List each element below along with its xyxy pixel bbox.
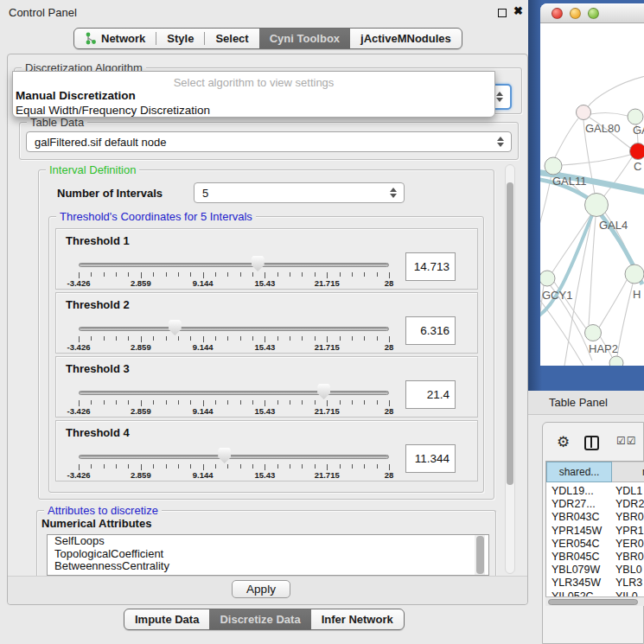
column-header-name[interactable]: name [612, 462, 644, 482]
edge[interactable] [562, 155, 630, 165]
slider-tick-label: 9.144 [193, 470, 214, 480]
slider-tick-label: 15.43 [255, 470, 276, 480]
option-equal-width-frequency[interactable]: Equal Width/Frequency Discretization [16, 104, 210, 117]
table-row[interactable]: YLR345WYLR3 [546, 577, 644, 590]
slider-tick [104, 272, 105, 277]
checkbox-icons[interactable]: ☑☑ [616, 435, 637, 447]
bottom-node[interactable] [609, 356, 623, 366]
tab-cyni-toolbox[interactable]: Cyni Toolbox [259, 29, 350, 48]
slider-track[interactable] [79, 391, 389, 395]
scrollbar-thumb[interactable] [548, 599, 638, 606]
slider-tick-label: 21.715 [315, 342, 340, 352]
close-traffic-icon[interactable] [552, 8, 563, 19]
attribute-item[interactable]: TopologicalCoefficient [48, 548, 488, 561]
GAL80-node[interactable] [577, 105, 591, 120]
settings-vertical-scrollbar[interactable] [505, 164, 515, 574]
numerical-attributes-list[interactable]: SelfLoopsTopologicalCoefficientBetweenne… [47, 534, 489, 576]
network-graph: GAL80GACGAL11GAL4GCY1HHAP2 [540, 23, 644, 366]
edge[interactable] [599, 280, 627, 328]
tab-jactivemnodules[interactable]: jActiveMNodules [350, 29, 462, 48]
slider-tick [153, 336, 154, 341]
table-row[interactable]: YBL079WYBL0 [546, 564, 644, 577]
scrollbar-thumb[interactable] [507, 182, 513, 485]
slider-tick-label: -3.426 [67, 406, 91, 416]
tab-impute-data[interactable]: Impute Data [124, 609, 209, 629]
cell-shared-name: YPR145W [552, 525, 602, 537]
node-label: GA [633, 124, 644, 137]
GAL11-node[interactable] [545, 157, 562, 175]
slider-tick [215, 464, 216, 469]
GAL4-node[interactable] [585, 194, 609, 217]
tab-infer-network[interactable]: Infer Network [311, 609, 404, 629]
column-header-shared-name[interactable]: shared... [546, 462, 612, 482]
cell-shared-name: YBR043C [552, 511, 600, 523]
GCY1-node[interactable] [540, 271, 555, 286]
cell-shared-name: YBR045C [552, 551, 600, 563]
slider-tick-label: 2.859 [131, 406, 151, 416]
table-horizontal-scrollbar[interactable] [545, 596, 644, 606]
top-right-node[interactable] [628, 109, 643, 124]
threshold-value-field[interactable]: 21.4 [405, 380, 456, 409]
gear-icon[interactable]: ⚙ [557, 433, 570, 451]
slider-handle[interactable] [317, 384, 330, 399]
table-row[interactable]: YBR045CYBR0 [546, 551, 644, 564]
threshold-label: Threshold 2 [66, 298, 130, 311]
edge[interactable] [617, 284, 633, 356]
table-data-combobox-value: galFiltered.sif default node [35, 136, 166, 149]
network-canvas[interactable]: GAL80GACGAL11GAL4GCY1HHAP2 [540, 23, 644, 366]
threshold-value-field[interactable]: 11.344 [405, 444, 456, 473]
tab-select[interactable]: Select [205, 29, 258, 48]
table-row[interactable]: YPR145WYPR1 [546, 525, 644, 538]
right-node[interactable] [625, 265, 644, 284]
column-layout-icon[interactable] [584, 436, 599, 450]
table-row[interactable]: YDL19...YDL1 [546, 485, 644, 498]
slider-tick [227, 336, 228, 341]
slider-handle[interactable] [218, 448, 231, 463]
slider-track[interactable] [79, 327, 389, 331]
tab-network[interactable]: Network [74, 29, 156, 48]
slider-track[interactable] [79, 263, 389, 267]
edge[interactable] [555, 118, 578, 157]
slider-tick [178, 272, 179, 277]
cell-shared-name: YER054C [552, 538, 600, 550]
table-row[interactable]: YDR27...YDR2 [546, 498, 644, 511]
edge-highlighted[interactable] [540, 215, 592, 319]
attribute-item[interactable]: BetweennessCentrality [48, 560, 488, 573]
tab-style[interactable]: Style [156, 29, 204, 48]
slider-handle[interactable] [252, 256, 265, 271]
number-of-intervals-spinner[interactable]: 5 [194, 182, 405, 203]
slider-tick [315, 272, 316, 277]
threshold-value-field[interactable]: 6.316 [405, 316, 456, 345]
slider-track[interactable] [79, 455, 389, 459]
threshold-value-field[interactable]: 14.713 [405, 252, 456, 281]
table-row[interactable]: YBR043CYBR0 [546, 511, 644, 524]
slider-tick [104, 400, 105, 405]
combo-arrows-icon [497, 137, 505, 147]
apply-button[interactable]: Apply [232, 580, 290, 598]
attributes-list-scrollbar[interactable] [475, 535, 485, 575]
slider-handle[interactable] [169, 320, 182, 335]
close-icon[interactable]: ✖ [513, 4, 523, 17]
slider-tick [91, 400, 92, 405]
slider-tick [389, 400, 390, 406]
table-row[interactable]: YER054CYER0 [546, 538, 644, 551]
edge[interactable] [590, 113, 628, 116]
HAP2-node[interactable] [585, 325, 602, 341]
edge[interactable] [587, 75, 644, 108]
attribute-item[interactable]: SelfLoops [48, 535, 488, 548]
slider-tick [203, 464, 204, 470]
slider-tick [290, 336, 290, 341]
float-window-icon[interactable] [498, 9, 507, 17]
red-node[interactable] [630, 143, 644, 160]
slider-tick [240, 272, 241, 277]
edge[interactable] [589, 217, 596, 325]
node-attribute-table[interactable]: shared... name YDL19...YDL1YDR27...YDR2Y… [545, 461, 644, 606]
scrollbar-thumb[interactable] [476, 536, 484, 574]
table-data-combobox[interactable]: galFiltered.sif default node [26, 131, 512, 152]
slider-tick [327, 336, 328, 342]
zoom-traffic-icon[interactable] [588, 8, 599, 19]
slider-tick [128, 336, 129, 341]
option-manual-discretization[interactable]: Manual Discretization [16, 89, 136, 102]
minimize-traffic-icon[interactable] [570, 8, 581, 19]
tab-discretize-data[interactable]: Discretize Data [209, 609, 310, 629]
